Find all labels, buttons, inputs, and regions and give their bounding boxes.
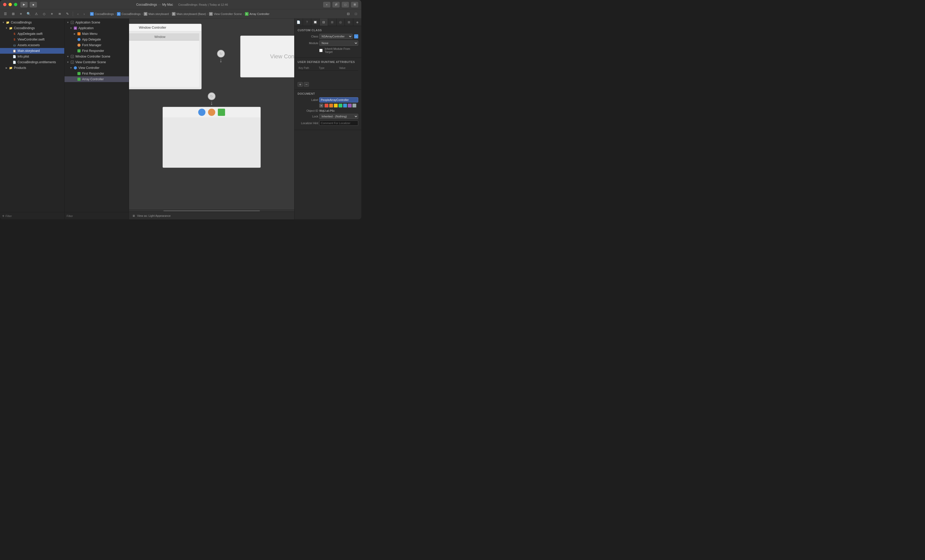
view-controller-box[interactable]: View Controller — [240, 36, 294, 77]
vc-icon-orange[interactable] — [208, 108, 215, 116]
vc-icon-green[interactable] — [218, 108, 225, 116]
swatch-red[interactable] — [324, 104, 328, 108]
tree-infoplist[interactable]: 📄 Info.plist — [0, 54, 64, 59]
tree-viewcontroller[interactable]: S ViewController.swift — [0, 37, 64, 42]
vc-icon-blue[interactable] — [198, 108, 205, 116]
arrow-mainmenu: ▶ — [73, 33, 76, 35]
bc-cocoabindings-1[interactable]: A CocoaBindings — [90, 12, 114, 16]
stop-button[interactable]: ■ — [30, 2, 37, 8]
color-swatches — [324, 104, 356, 108]
inspector-toggle[interactable]: ⊟ — [345, 11, 351, 17]
add-attribute-btn[interactable]: + — [298, 82, 303, 87]
sidebar-filter-input[interactable] — [5, 214, 62, 218]
add-file-btn[interactable]: + — [2, 214, 5, 218]
arrow-vc-scene: ▼ — [66, 61, 69, 63]
tab-file[interactable]: 📄 — [294, 19, 303, 26]
warning-btn[interactable]: ⚠ — [33, 11, 40, 17]
window-titlebar: Window — [129, 33, 199, 41]
canvas-area: → Window Controller Window — [129, 19, 294, 219]
outline-fr2[interactable]: First Responder — [65, 71, 129, 77]
spacer-vc — [9, 38, 11, 41]
outline-app-scene[interactable]: ▼ S Application Scene — [65, 20, 129, 25]
key-path-col: Key Path — [298, 66, 318, 70]
outline-first-responder-1[interactable]: First Responder — [65, 48, 129, 54]
layout-button-1[interactable]: ⇄ — [333, 2, 340, 8]
class-select[interactable]: NSArrayController — [319, 34, 353, 39]
swatch-green[interactable] — [338, 104, 342, 108]
module-label: Module — [298, 42, 318, 45]
inherit-checkbox[interactable] — [319, 49, 322, 52]
lock-select[interactable]: Inherited - (Nothing) — [319, 114, 358, 119]
sidebar-toggle[interactable]: ☰ — [2, 11, 9, 17]
window-controller-box[interactable]: Window Controller Window — [129, 24, 202, 89]
main-layout: ▼ 📁 CocoaBindings ▼ 📁 CocoaBindings S Ap… — [0, 19, 361, 219]
outline-vc-scene[interactable]: ▼ S View Controller Scene — [65, 59, 129, 65]
swatch-orange[interactable] — [329, 104, 333, 108]
outline-ac-label: Array Controller — [82, 77, 104, 81]
canvas-content[interactable]: → Window Controller Window — [129, 19, 294, 209]
swatch-gray[interactable] — [352, 104, 356, 108]
outline-filter-input[interactable] — [66, 214, 127, 218]
scroll-thumb[interactable] — [163, 210, 260, 211]
tab-identity[interactable]: 🔲 — [311, 19, 320, 26]
outline-arraycontroller[interactable]: Array Controller — [65, 77, 129, 82]
swatch-yellow[interactable] — [334, 104, 338, 108]
localizer-hint-label: Localizer Hint — [298, 122, 318, 125]
bc-arraycontroller[interactable]: A Array Controller — [245, 12, 270, 16]
tab-effects[interactable]: ◈ — [353, 19, 362, 26]
bc-vcscene[interactable]: V View Controller Scene — [209, 12, 242, 16]
swatch-blue[interactable] — [343, 104, 347, 108]
swatch-purple[interactable] — [348, 104, 352, 108]
diff-btn[interactable]: ≋ — [56, 11, 63, 17]
tab-quick-help[interactable]: ? — [303, 19, 312, 26]
author-btn[interactable]: ✎ — [64, 11, 71, 17]
outline-footer — [65, 212, 129, 219]
bc-base[interactable]: S Main.storyboard (Base) — [172, 12, 206, 16]
outline-viewcontroller[interactable]: ▼ View Controller — [65, 65, 129, 71]
minimize-button[interactable] — [9, 3, 12, 6]
outline-application[interactable]: ▼ A Application — [65, 25, 129, 31]
add-button[interactable]: + — [323, 2, 330, 8]
localizer-hint-input[interactable] — [319, 120, 358, 126]
tree-cocoabindings-group[interactable]: ▼ 📁 CocoaBindings — [0, 25, 64, 31]
outline-fontmanager[interactable]: Font Manager — [65, 42, 129, 48]
right-panel-toggle[interactable]: □ — [353, 11, 359, 17]
tree-root[interactable]: ▼ 📁 CocoaBindings — [0, 20, 64, 25]
tab-bindings[interactable]: ⊠ — [345, 19, 353, 26]
canvas-hscrollbar[interactable] — [129, 209, 294, 212]
tab-size[interactable]: ⊞ — [328, 19, 336, 26]
vc-segue-icon: ↻ — [208, 92, 215, 100]
tree-products[interactable]: ▶ 📁 Products — [0, 65, 64, 71]
bc-cocoabindings-2[interactable]: A CocoaBindings — [117, 12, 141, 16]
hierarchy-toggle[interactable]: ≡ — [18, 11, 24, 17]
label-clear-btn[interactable]: ✕ — [319, 104, 323, 108]
outline-mainmenu[interactable]: ▶ Main Menu — [65, 31, 129, 37]
run-button[interactable]: ▶ — [20, 2, 28, 8]
maximize-button[interactable] — [14, 3, 17, 6]
bc-mainstoryboard[interactable]: S Main.storyboard — [144, 12, 169, 16]
outline-window-scene[interactable]: ▼ S Window Controller Scene — [65, 54, 129, 59]
layout-button-2[interactable]: □ — [342, 2, 349, 8]
diamond-btn[interactable]: ◇ — [41, 11, 47, 17]
spacer-plist — [9, 55, 11, 58]
tree-assets[interactable]: 🗂 Assets.xcassets — [0, 42, 64, 48]
tree-appdelegate[interactable]: S AppDelegate.swift — [0, 31, 64, 37]
outline-appdelegate[interactable]: App Delegate — [65, 37, 129, 42]
outline-fr2-label: First Responder — [82, 72, 104, 75]
list-btn[interactable]: ≡ — [48, 11, 55, 17]
tab-connections[interactable]: ◎ — [336, 19, 345, 26]
grid-toggle[interactable]: ⊞ — [10, 11, 17, 17]
doc-label-input[interactable] — [319, 97, 358, 102]
layout-button-3[interactable]: ⊞ — [351, 2, 358, 8]
close-button[interactable] — [3, 3, 6, 6]
tab-attributes[interactable]: ⊟ — [320, 19, 328, 26]
search-btn[interactable]: 🔍 — [25, 11, 32, 17]
remove-attribute-btn[interactable]: − — [304, 82, 309, 87]
class-arrow-btn[interactable]: → — [354, 34, 358, 38]
forward-button[interactable]: › — [81, 11, 87, 17]
module-select[interactable]: None — [319, 41, 358, 46]
folder-icon-group: 📁 — [9, 26, 13, 30]
tree-entitlements[interactable]: 📄 CocoaBindings.entitlements — [0, 59, 64, 65]
tree-mainstoryboard[interactable]: 📋 Main.storyboard — [0, 48, 64, 54]
back-button[interactable]: ‹ — [75, 11, 81, 17]
